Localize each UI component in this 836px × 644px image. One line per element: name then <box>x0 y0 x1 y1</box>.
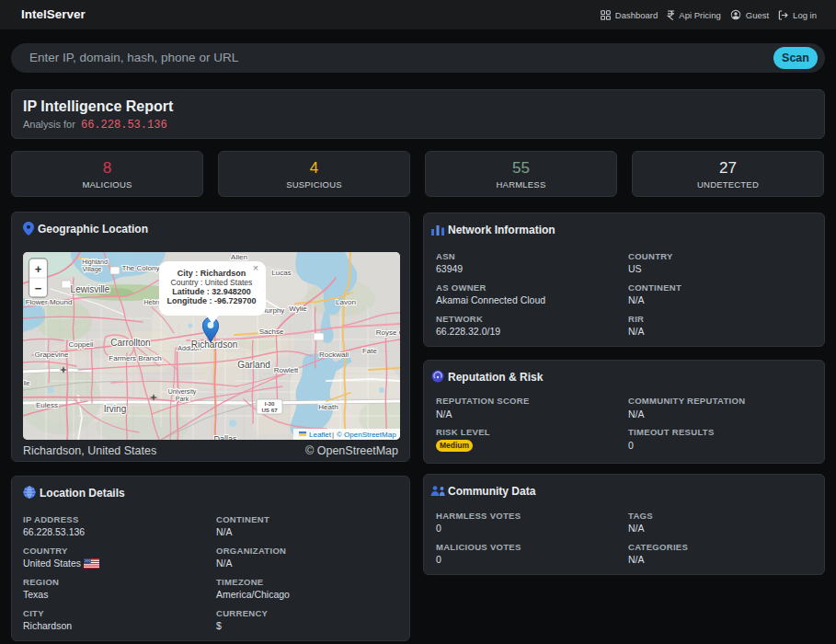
svg-text:Village: Village <box>83 266 102 273</box>
svg-text:Carrollton: Carrollton <box>110 338 150 348</box>
svg-text:Garland: Garland <box>237 360 270 370</box>
svg-text:Farmers Branch: Farmers Branch <box>109 354 161 362</box>
svg-text:Coppell: Coppell <box>68 340 93 349</box>
svg-text:Allen: Allen <box>231 253 247 261</box>
svg-text:The Colony: The Colony <box>122 264 160 272</box>
svg-text:Grapevine: Grapevine <box>35 351 69 359</box>
svg-text:Lewisville: Lewisville <box>71 284 110 294</box>
svg-text:|: | <box>332 431 334 439</box>
svg-text:US 67: US 67 <box>261 407 278 413</box>
svg-text:−: − <box>35 282 42 295</box>
svg-text:lle: lle <box>23 380 29 386</box>
svg-text:+: + <box>35 262 42 276</box>
svg-text:Longitude : -96.729700: Longitude : -96.729700 <box>166 296 256 305</box>
svg-text:Highland: Highland <box>82 259 108 266</box>
svg-text:Irving: Irving <box>104 404 126 414</box>
svg-text:Fate: Fate <box>362 347 378 355</box>
svg-text:City : Richardson: City : Richardson <box>178 269 246 278</box>
svg-text:Rowlett: Rowlett <box>274 366 299 374</box>
svg-text:Country : United States: Country : United States <box>171 278 253 287</box>
svg-text:Lucas: Lucas <box>271 269 291 277</box>
svg-text:Lavon: Lavon <box>336 298 356 306</box>
svg-text:Richardson: Richardson <box>191 339 238 350</box>
svg-text:Euless: Euless <box>36 401 58 409</box>
svg-text:Sachse: Sachse <box>259 328 284 336</box>
svg-text:Wylie: Wylie <box>289 305 307 313</box>
svg-text:Heath: Heath <box>318 403 338 411</box>
svg-text:Rockwall: Rockwall <box>319 351 349 359</box>
svg-text:I-30: I-30 <box>265 400 275 407</box>
svg-text:© OpenStreetMap: © OpenStreetMap <box>337 431 396 439</box>
svg-text:Flower Mound: Flower Mound <box>26 298 73 306</box>
svg-text:University: University <box>168 388 197 396</box>
svg-text:Park: Park <box>176 396 189 402</box>
svg-text:Latitude : 32.948200: Latitude : 32.948200 <box>172 287 251 296</box>
svg-text:Dallas: Dallas <box>213 434 237 440</box>
svg-text:×: × <box>253 262 258 273</box>
svg-text:Royse C: Royse C <box>376 328 400 337</box>
svg-text:Leaflet: Leaflet <box>309 431 332 439</box>
